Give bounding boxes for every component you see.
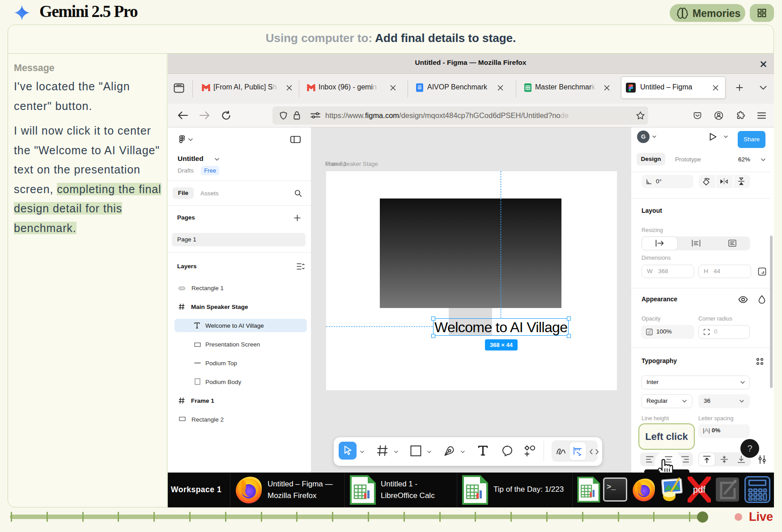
svg-text:pdf: pdf (693, 485, 706, 494)
